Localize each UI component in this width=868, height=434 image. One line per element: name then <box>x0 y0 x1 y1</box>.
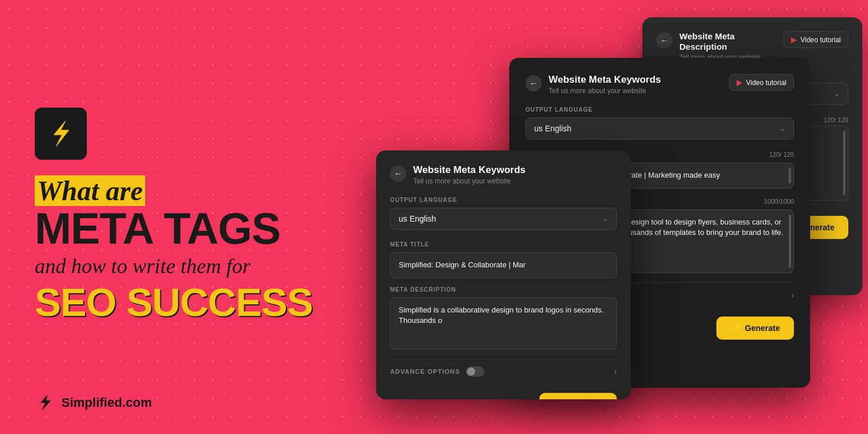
card-front-advance-label: ADVANCE OPTIONS <box>390 368 460 375</box>
logo-icon <box>43 116 78 151</box>
card-middle-generate-button[interactable]: ✨ Generate <box>716 317 794 340</box>
card-front-title-text: Website Meta Keywords Tell us more about… <box>413 164 525 185</box>
card-front-meta-title-label: META TITLE <box>390 241 429 248</box>
card-middle-language-dropdown[interactable]: us English ⌄ <box>525 117 794 139</box>
scrollbar <box>789 215 791 268</box>
meta-tags-line: META TAGS <box>35 207 370 251</box>
chevron-right-icon: › <box>791 290 794 300</box>
video-icon: ▶ <box>791 35 797 44</box>
card-front-title: Website Meta Keywords <box>413 164 525 176</box>
chevron-right-icon: › <box>614 367 617 376</box>
card-front-lang-label: OUTPUT LANGUAGE <box>390 197 617 203</box>
back-arrow-icon: ← <box>529 79 538 88</box>
card-front-meta-title-header: META TITLE <box>390 241 617 248</box>
card-front-lang-value: us English <box>399 214 436 223</box>
scrollbar <box>789 168 791 183</box>
card-back-header: ← Website Meta Description Tell more abo… <box>656 31 848 60</box>
card-back-video-tutorial-button[interactable]: ▶ Video tutorial <box>784 31 848 48</box>
card-front-advance-options: ADVANCE OPTIONS › <box>390 359 617 384</box>
left-section: What are META TAGS and how to write them… <box>35 0 370 434</box>
brand-icon <box>35 392 56 413</box>
card-middle-meta-desc-count: 1000/1000 <box>764 198 794 205</box>
cards-container: ← Website Meta Description Tell more abo… <box>365 0 868 434</box>
back-arrow-icon: ← <box>660 36 668 45</box>
headline: What are META TAGS and how to write them… <box>35 176 370 322</box>
card-front-meta-title-value: Simplified: Design & Collaborate | Mar <box>399 260 525 269</box>
card-middle-lang-label: OUTPUT LANGUAGE <box>525 106 794 113</box>
brand-name: Simplified.com <box>61 395 152 410</box>
card-back-title-text: Website Meta Description Tell more about… <box>679 31 784 60</box>
card-front-title-group: ← Website Meta Keywords Tell us more abo… <box>390 164 525 185</box>
chevron-down-icon: ⌄ <box>779 124 785 133</box>
card-middle-title: Website Meta Keywords <box>549 74 661 86</box>
card-middle-meta-title-count: 120/ 120 <box>769 151 794 158</box>
card-front-subtitle: Tell us more about your website <box>413 177 525 185</box>
chevron-down-icon: ⌄ <box>602 215 608 223</box>
logo-box <box>35 108 87 160</box>
card-front-meta-desc-value: Simplified is a collaborative design to … <box>399 306 604 325</box>
card-middle-generate-label: Generate <box>745 323 780 333</box>
video-camera-icon: ▶ <box>737 78 742 87</box>
card-back-video-text: Video tutorial <box>800 36 841 44</box>
advance-left-front: ADVANCE OPTIONS <box>390 366 484 377</box>
card-front: ← Website Meta Keywords Tell us more abo… <box>376 150 631 399</box>
card-front-meta-desc-header: META DESCRIPTION <box>390 286 617 293</box>
card-front-generate-row: ✨ Generate <box>390 384 617 399</box>
card-back-title-group: ← Website Meta Description Tell more abo… <box>656 31 784 60</box>
card-front-meta-desc-label: META DESCRIPTION <box>390 286 456 293</box>
toggle-knob <box>467 367 475 376</box>
card-middle-back-button[interactable]: ← <box>525 75 542 91</box>
card-middle-title-text: Website Meta Keywords Tell us more about… <box>549 74 661 95</box>
card-front-meta-title-field[interactable]: Simplified: Design & Collaborate | Mar <box>390 252 617 278</box>
card-front-advance-toggle[interactable] <box>466 366 484 377</box>
card-back-back-button[interactable]: ← <box>656 32 672 49</box>
card-front-meta-desc-field[interactable]: Simplified is a collaborative design to … <box>390 297 617 350</box>
card-middle-video-text: Video tutorial <box>746 79 786 87</box>
scrollbar <box>843 131 845 196</box>
back-arrow-icon: ← <box>394 169 402 178</box>
card-middle-header: ← Website Meta Keywords Tell us more abo… <box>525 74 794 95</box>
what-are-line: What are <box>35 176 370 207</box>
card-front-header: ← Website Meta Keywords Tell us more abo… <box>390 164 617 185</box>
card-middle-video-tutorial-button[interactable]: ▶ Video tutorial <box>729 74 794 91</box>
seo-line: SEO SUCCESS <box>35 282 370 322</box>
generate-wand-icon: ✨ <box>730 323 740 333</box>
card-middle-subtitle: Tell us more about your website <box>549 87 661 95</box>
card-front-generate-button[interactable]: ✨ Generate <box>539 393 617 399</box>
card-middle-lang-value: us English <box>534 124 572 133</box>
card-front-language-dropdown[interactable]: us English ⌄ <box>390 208 617 230</box>
chevron-down-icon: ⌄ <box>834 90 840 98</box>
and-how-line: and how to write them for <box>35 253 370 280</box>
card-back-title: Website Meta Description <box>679 31 784 52</box>
card-front-back-button[interactable]: ← <box>390 165 406 182</box>
simplified-brand: Simplified.com <box>35 392 152 413</box>
what-are-text: What are <box>35 175 145 206</box>
card-middle-title-group: ← Website Meta Keywords Tell us more abo… <box>525 74 661 95</box>
